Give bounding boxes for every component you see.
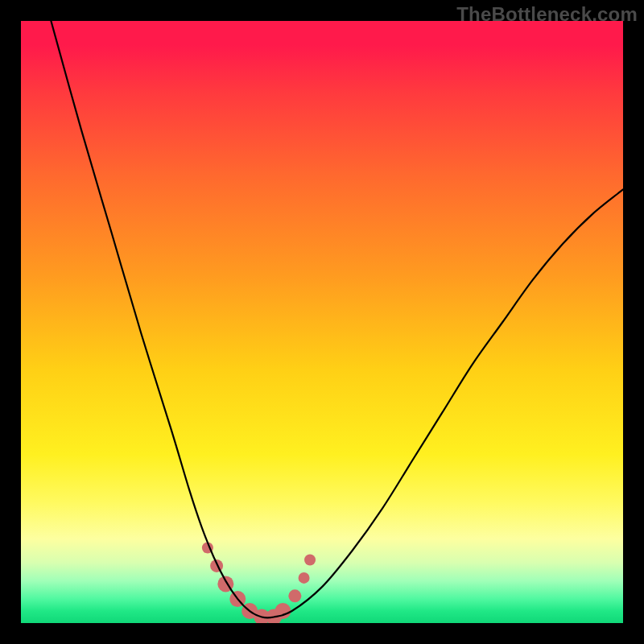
chart-svg [21, 21, 623, 623]
marker-dot [288, 589, 301, 602]
bottleneck-curve-path [51, 21, 623, 617]
marker-dot [304, 554, 316, 565]
outer-frame: TheBottleneck.com [0, 0, 644, 644]
plot-area [21, 21, 623, 623]
watermark-label: TheBottleneck.com [456, 3, 638, 26]
marker-dot [299, 572, 310, 584]
marker-dots-group [202, 543, 316, 624]
